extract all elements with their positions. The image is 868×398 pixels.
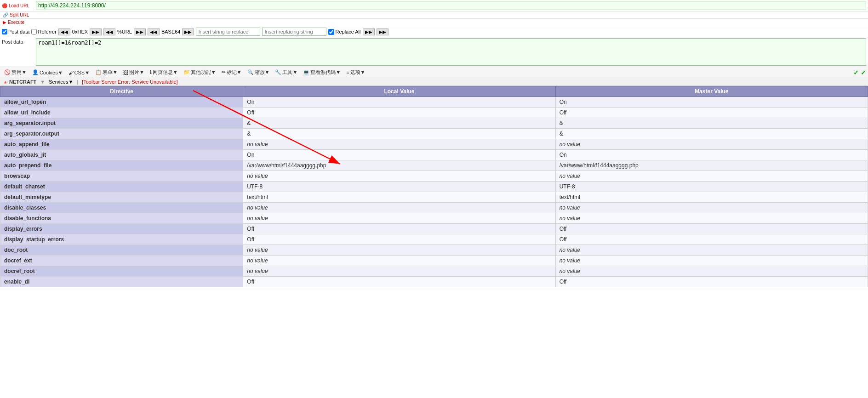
post-data-checkbox[interactable] xyxy=(2,29,7,34)
master-value-cell: & xyxy=(555,129,868,139)
replace-right-btn1[interactable]: ▶▶ xyxy=(363,28,375,35)
base64-left-btn[interactable]: ◀◀ xyxy=(148,28,160,35)
toolbar-cookies[interactable]: 👤 Cookies▼ xyxy=(30,68,65,76)
master-value-cell: text/html xyxy=(555,192,868,203)
local-value-cell: text/html xyxy=(243,192,555,203)
directive-cell: docref_root xyxy=(0,266,243,277)
top-bar: 🔴 Load URL 🔗 Split URL ▶ Execute Post da… xyxy=(0,0,868,67)
table-body: allow_url_fopenOnOnallow_url_includeOffO… xyxy=(0,97,868,287)
url-right-btn[interactable]: ▶▶ xyxy=(134,28,146,35)
php-table: Directive Local Value Master Value allow… xyxy=(0,86,868,287)
local-value-cell: On xyxy=(243,97,555,108)
tool-icon: 🔧 xyxy=(275,69,281,75)
mark-icon: ✏ xyxy=(222,69,226,75)
referrer-checkbox[interactable] xyxy=(31,29,37,34)
master-value-cell: /var/www/html/f1444aagggg.php xyxy=(555,160,868,171)
directive-cell: disable_functions xyxy=(0,213,243,224)
directive-cell: disable_classes xyxy=(0,203,243,213)
toolbar-checkmarks: ✓ ✓ xyxy=(853,69,866,76)
header-row: Directive Local Value Master Value xyxy=(0,86,868,97)
table-row: doc_rootno valueno value xyxy=(0,245,868,256)
netcraft-services[interactable]: Services▼ xyxy=(49,79,73,85)
table-row: enable_dlOffOff xyxy=(0,277,868,287)
master-value-cell: UTF-8 xyxy=(555,182,868,192)
directive-cell: docref_ext xyxy=(0,256,243,266)
master-value-cell: & xyxy=(555,118,868,129)
table-row: arg_separator.input&& xyxy=(0,118,868,129)
toolbar-mark[interactable]: ✏ 标记▼ xyxy=(219,68,244,77)
table-row: docref_rootno valueno value xyxy=(0,266,868,277)
base64-label: BASE64 xyxy=(161,29,181,34)
local-value-cell: no value xyxy=(243,213,555,224)
master-value-cell: Off xyxy=(555,277,868,287)
directive-cell: default_charset xyxy=(0,182,243,192)
table-row: default_mimetypetext/htmltext/html xyxy=(0,192,868,203)
main-content: Directive Local Value Master Value allow… xyxy=(0,86,868,287)
table-row: arg_separator.output&& xyxy=(0,129,868,139)
directive-cell: display_errors xyxy=(0,224,243,234)
hex-left-btn[interactable]: ◀◀ xyxy=(58,28,70,35)
local-value-cell: Off xyxy=(243,277,555,287)
master-value-cell: no value xyxy=(555,245,868,256)
toolbar-zoom[interactable]: 🔍 缩放▼ xyxy=(245,68,272,77)
toolbar-other[interactable]: 📁 其他功能▼ xyxy=(181,68,218,77)
url-left-btn[interactable]: ◀◀ xyxy=(103,28,115,35)
referrer-checkbox-label[interactable]: Referrer xyxy=(31,29,56,34)
hex-right-btn[interactable]: ▶▶ xyxy=(90,28,102,35)
col-master: Master Value xyxy=(555,86,868,97)
toolbar-options[interactable]: ≡ 选项▼ xyxy=(344,68,367,77)
toolbar-disable[interactable]: 🚫 禁用▼ xyxy=(2,68,29,77)
load-url-label[interactable]: 🔴 Load URL xyxy=(2,3,34,8)
col-local: Local Value xyxy=(243,86,555,97)
option-icon: ≡ xyxy=(346,70,349,75)
table-row: default_charsetUTF-8UTF-8 xyxy=(0,182,868,192)
master-value-cell: no value xyxy=(555,139,868,150)
netcraft-sep2: | xyxy=(77,79,78,85)
insert-replace-input[interactable] xyxy=(196,28,260,36)
check-green-1: ✓ xyxy=(853,69,859,76)
hex-label: 0xHEX xyxy=(72,29,88,34)
toolbar-tools[interactable]: 🔧 工具▼ xyxy=(273,68,300,77)
check-green-2: ✓ xyxy=(861,69,866,76)
block-icon: 🚫 xyxy=(4,69,11,75)
table-row: auto_globals_jitOnOn xyxy=(0,150,868,160)
table-row: disable_functionsno valueno value xyxy=(0,213,868,224)
table-row: disable_classesno valueno value xyxy=(0,203,868,213)
directive-cell: display_startup_errors xyxy=(0,234,243,245)
insert-replacing-input[interactable] xyxy=(262,28,326,36)
split-url-label[interactable]: 🔗 Split URL xyxy=(2,12,34,17)
table-row: allow_url_includeOffOff xyxy=(0,108,868,118)
load-url-row: 🔴 Load URL xyxy=(0,0,868,11)
local-value-cell: & xyxy=(243,118,555,129)
col-directive: Directive xyxy=(0,86,243,97)
replace-all-label[interactable]: Replace All xyxy=(328,29,360,35)
local-value-cell: no value xyxy=(243,203,555,213)
execute-row: ▶ Execute xyxy=(0,19,868,26)
master-value-cell: no value xyxy=(555,256,868,266)
source-icon: 💻 xyxy=(303,69,309,75)
directive-cell: default_mimetype xyxy=(0,192,243,203)
base64-right-btn[interactable]: ▶▶ xyxy=(182,28,194,35)
toolbar-images[interactable]: 🖼 图片▼ xyxy=(121,68,147,77)
table-row: allow_url_fopenOnOn xyxy=(0,97,868,108)
toolbar-info[interactable]: ℹ 网页信息▼ xyxy=(148,68,180,77)
controls-row: Post data Referrer ◀◀ 0xHEX ▶▶ ◀◀ %URL ▶… xyxy=(0,26,868,37)
post-data-checkbox-label[interactable]: Post data xyxy=(2,29,29,34)
toolbar-css[interactable]: 🖌 CSS▼ xyxy=(66,69,92,76)
master-value-cell: Off xyxy=(555,224,868,234)
toolbar-source[interactable]: 💻 查看源代码▼ xyxy=(301,68,343,77)
toolbar-form[interactable]: 📋 表单▼ xyxy=(93,68,120,77)
url-label: %URL xyxy=(117,29,132,34)
post-data-textarea[interactable]: roam1[]=1&roam2[]=2 xyxy=(36,38,866,66)
post-data-label: Post data xyxy=(2,38,34,66)
url-input[interactable] xyxy=(36,1,866,10)
toolbar: 🚫 禁用▼ 👤 Cookies▼ 🖌 CSS▼ 📋 表单▼ 🖼 图片▼ ℹ 网页… xyxy=(0,67,868,78)
split-icon: 🔗 xyxy=(3,12,8,17)
info-icon: ℹ xyxy=(150,69,152,75)
replace-all-checkbox[interactable] xyxy=(328,29,334,35)
replace-right-btn2[interactable]: ▶▶ xyxy=(377,28,388,35)
master-value-cell: On xyxy=(555,97,868,108)
table-row: display_errorsOffOff xyxy=(0,224,868,234)
execute-label[interactable]: ▶ Execute xyxy=(2,20,34,25)
css-icon: 🖌 xyxy=(69,70,74,75)
